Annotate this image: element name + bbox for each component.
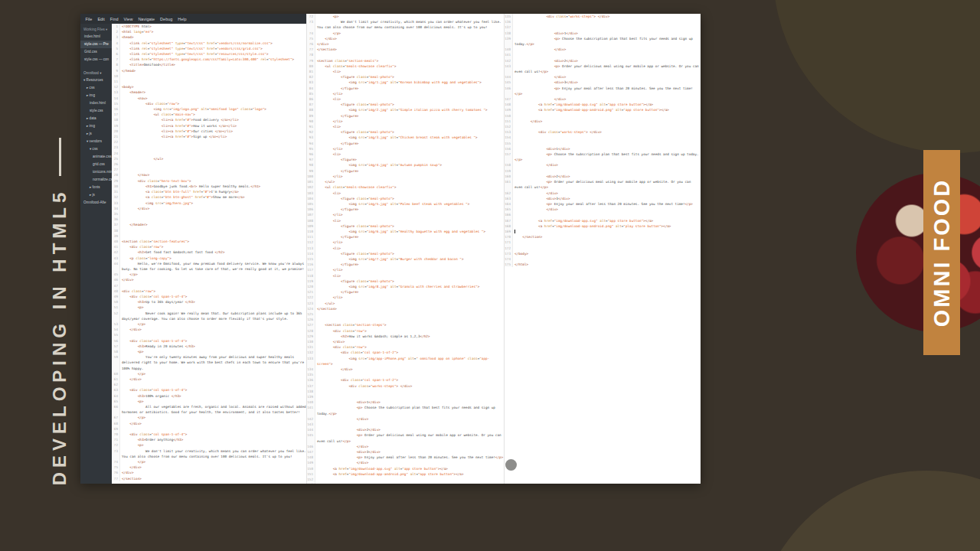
working-file-item[interactable]: Grid.css [80,48,112,56]
code-line: 137 <div class="works-steps"> </div> [307,383,504,389]
menu-item-debug[interactable]: Debug [158,17,175,21]
code-line: 72 <p> [112,442,306,448]
code-line: 25 </ul> [112,156,306,161]
code-line: 51 <p> [112,305,306,310]
code-line: 4 <link rel="stylesheet" type="text/css"… [112,41,306,46]
code-line: 173</body> [505,251,701,256]
code-line: 140 </div> [505,47,701,52]
code-line: 151 <a href="img/download-app-android.pn… [307,471,504,477]
menu-item-view[interactable]: View [121,17,136,21]
tree-item[interactable]: ▸ img [80,122,112,130]
tree-item[interactable]: normalize.css [80,176,112,184]
code-line: 65 <p> [112,399,306,404]
code-line: 41 <div class="row"> [112,244,306,249]
code-line: 133 <img src="img/app-iPhone.png" alt=" … [307,356,504,367]
project-name-label: Omnifood [83,71,99,75]
code-line: 117 </li> [307,267,504,272]
code-line: 161 <p> Order your delicious meal using … [505,179,701,190]
project-header[interactable]: Omnifood ▾ [80,67,112,77]
left-caption-text: DEVELOPING IN HTML5 [49,188,70,486]
tree-item[interactable]: ▸ css [80,84,112,92]
tree-item[interactable]: ▾ Resources [80,77,112,84]
brand-title: OMNI FOOD [923,150,960,355]
caption-rule [59,138,61,176]
code-line: 62 [112,382,306,387]
working-file-item[interactable]: style.css — con [80,56,112,64]
code-line: 79<section class="section-meals"> [307,58,504,64]
code-line: 124</section> [307,306,504,311]
menu-item-file[interactable]: File [83,17,95,21]
tree-item[interactable]: ▸ img [80,92,112,99]
code-line: 174 [505,256,701,262]
tree-item[interactable]: ▾ vendors [80,138,112,145]
code-line: 149 </div> [307,460,504,465]
tree-item[interactable]: grid.css [80,161,112,168]
code-line: 23 [112,145,306,150]
working-files-header[interactable]: Working Files ▾ [80,24,112,33]
code-line: 154 [505,135,701,140]
working-file-item[interactable]: style.css — Pre [80,41,112,48]
code-line: 92 <figure class="meal-photo"> [307,129,504,135]
menu-item-edit[interactable]: Edit [95,17,107,21]
tree-item[interactable]: ▸ data [80,115,112,122]
code-line: 125 [307,311,504,317]
code-line: 91 <li> [307,124,504,129]
tree-item[interactable]: animate.css [80,153,112,161]
code-line: 147 <div>3</div> [307,449,504,455]
chevron-down-icon: ▾ [106,28,107,31]
code-line: 6 <link rel="stylesheet" type="text/css"… [112,51,306,57]
code-line: 130 </div> [307,339,504,344]
code-line: 165 </div> [505,207,701,212]
code-line: 77</section> [112,476,306,481]
code-line: 129 <h2>How it works &mdash; simple as 1… [307,334,504,339]
tree-item[interactable]: index.html [80,99,112,107]
code-line: 162 </div> [505,191,701,196]
code-line: 112 </li> [307,240,504,245]
code-line: 39 [112,233,306,239]
tree-item[interactable]: style.css [80,107,112,115]
code-line: 73 We don't limit your creativity, which… [112,448,306,459]
menu-item-help[interactable]: Help [175,17,189,21]
code-line: 61 </div> [112,377,306,382]
code-line: 32 <a class="btn btn-ghost" href="#">Sho… [112,194,306,200]
tree-item[interactable]: ionicons.min.css [80,168,112,176]
code-line: 159 [505,168,701,174]
code-line: 94 </figure> [307,141,504,146]
code-line: 56 <div class="col span-1-of-4"> [112,338,306,344]
code-line: 63 <div class="col span-1-of-4"> [112,387,306,393]
code-column-2[interactable]: 72 <p>73 We don't limit your creativity,… [306,14,504,484]
code-line: 44 Hello, we're Omnifood, your new premi… [112,261,306,272]
code-line: 3<head> [112,34,306,40]
tree-item[interactable]: ▸ js [80,130,112,138]
code-line: 64 <h3>100% organic </h3> [112,393,306,399]
code-column-1[interactable]: 1<!DOCTYPE html>2<html lang="en">3<head>… [112,24,306,484]
code-line: 147 </div> [505,96,701,102]
code-line: 30 <h1>Goodbye junk food.<br> Hello supe… [112,184,306,189]
code-line: 142 </div> [307,416,504,422]
sidebar-panel: Working Files ▾ index.htmlstyle.css — Pr… [80,24,112,484]
tree-item[interactable]: ▸ js [80,191,112,199]
code-line: 110 <img src="img/6.jpg" alt="Healthy ba… [307,229,504,234]
tree-item[interactable]: ▸ fonts [80,184,112,191]
code-line: 138 <div>1</div> [505,31,701,36]
tree-item[interactable]: ▾ css [80,145,112,153]
code-line: 80 <ul class="meals-showcase clearfix"> [307,64,504,69]
code-line: 148 <a href="img/download-app.svg" alt="… [505,102,701,107]
code-line: 97 <figure> [307,157,504,162]
tree-item[interactable]: Omnifood-Afte [80,199,112,207]
code-line: 152 [307,477,504,482]
code-line: 5 <link rel="stylesheet" type="text/css"… [112,46,306,51]
code-line: 103 <li> [307,191,504,196]
code-line: 127 <section class="section-steps"> [307,322,504,328]
menu-item-find[interactable]: Find [107,17,121,21]
code-line: 153 <div class="works-steps"> </div> [505,129,701,135]
working-file-item[interactable]: index.html [80,33,112,41]
code-line: 8 <title>Omnifood</title> [112,62,306,67]
code-line: 132 <div class="col span-1-of-2"> [307,350,504,355]
code-column-3[interactable]: 135 <div class="works-steps"> </div>1361… [504,14,701,484]
brand-bar: OMNI FOOD [923,150,960,355]
code-line: 108 <li> [307,218,504,223]
code-line: 84 </figure> [307,86,504,91]
code-line: 106 </figure> [307,207,504,212]
menu-item-navigate[interactable]: Navigate [136,17,158,21]
